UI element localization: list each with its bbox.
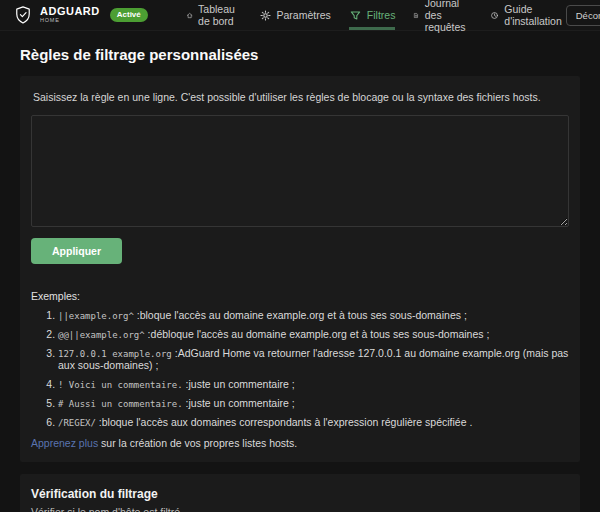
nav-item-settings[interactable]: Paramètres [259, 0, 331, 30]
learn-more: Apprenez plus sur la création de vos pro… [31, 437, 569, 449]
example-code: ! Voici un commentaire. [58, 380, 183, 390]
example-item: ||example.org^ :bloque l'accès au domain… [58, 309, 569, 321]
nav-label: Tableau de bord [198, 3, 240, 27]
examples-label: Exemples: [31, 290, 569, 302]
document-icon [413, 9, 419, 22]
filter-icon [349, 9, 362, 22]
learn-more-text: sur la création de vos propres listes ho… [98, 437, 297, 449]
gear-icon [259, 9, 272, 22]
learn-more-link[interactable]: Apprenez plus [31, 437, 98, 449]
example-item: ! Voici un commentaire. :juste un commen… [58, 378, 569, 390]
nav-item-dashboard[interactable]: Tableau de bord [186, 0, 241, 30]
app-header: ADGUARD HOME Activé Tableau de bord Para… [0, 0, 600, 31]
nav-item-filters[interactable]: Filtres [349, 0, 396, 30]
example-text: :bloque l'accès aux domaines corresponda… [96, 416, 472, 428]
example-text: :bloque l'accès au domaine example.org e… [134, 309, 467, 321]
logout-button[interactable]: Déconnexion [566, 5, 600, 26]
rules-textarea[interactable] [31, 115, 569, 227]
example-item: # Aussi un commentaire. :juste un commen… [58, 397, 569, 409]
examples-list: ||example.org^ :bloque l'accès au domain… [31, 309, 569, 428]
example-text: :juste un commentaire ; [183, 397, 295, 409]
brand-subtitle: HOME [40, 18, 100, 24]
check-title: Vérification du filtrage [31, 485, 569, 501]
example-item: /REGEX/ :bloque l'accès aux domaines cor… [58, 416, 569, 428]
brand-name: ADGUARD [40, 6, 100, 17]
nav-label: Guide d'installation [504, 3, 565, 27]
shield-check-icon [12, 4, 34, 26]
nav-item-query-log[interactable]: Journal des requêtes [413, 0, 472, 30]
rules-description: Saisissez la règle en une ligne. C'est p… [31, 87, 569, 103]
home-icon [186, 9, 193, 22]
example-code: ||example.org^ [58, 311, 134, 321]
check-subtitle: Vérifier si le nom d'hôte est filtré . [31, 506, 569, 512]
brand-text: ADGUARD HOME [40, 6, 100, 24]
nav-label: Filtres [367, 9, 396, 21]
example-item: 127.0.0.1 example.org :AdGuard Home va r… [58, 347, 569, 371]
nav-label: Journal des requêtes [425, 0, 473, 33]
example-code: @@||example.org^ [58, 330, 145, 340]
example-code: 127.0.0.1 example.org [58, 349, 172, 359]
nav-label: Paramètres [277, 9, 331, 21]
example-code: # Aussi un commentaire. [58, 399, 183, 409]
example-text: :juste un commentaire ; [183, 378, 295, 390]
status-badge: Activé [110, 8, 148, 22]
check-filtering-card: Vérification du filtrage Vérifier si le … [20, 474, 580, 512]
nav-item-setup-guide[interactable]: Guide d'installation [490, 0, 565, 30]
example-code: /REGEX/ [58, 418, 96, 428]
main-content: Règles de filtrage personnalisées Saisis… [0, 46, 600, 512]
example-item: @@||example.org^ :débloque l'accès au do… [58, 328, 569, 340]
page-title: Règles de filtrage personnalisées [20, 46, 580, 63]
custom-rules-card: Saisissez la règle en une ligne. C'est p… [20, 76, 580, 462]
main-nav: Tableau de bord Paramètres Filtres Journ… [186, 0, 566, 30]
adguard-logo[interactable]: ADGUARD HOME Activé [12, 4, 148, 26]
clock-icon [490, 9, 499, 22]
example-text: :débloque l'accès au domaine example.org… [145, 328, 490, 340]
apply-button[interactable]: Appliquer [31, 238, 122, 264]
